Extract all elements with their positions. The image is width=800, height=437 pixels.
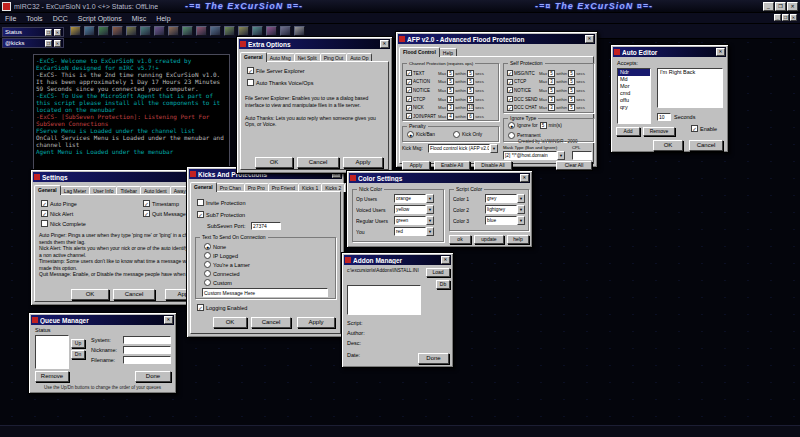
radio-option-custom[interactable]: Custom [204,279,250,286]
restore-icon[interactable]: ❐ [45,29,52,36]
font-icon[interactable] [238,26,249,36]
list-item[interactable]: cmd [618,90,650,97]
invite-protection-checkbox[interactable]: Invite Protection [197,199,245,206]
list-item[interactable]: Md [618,76,650,83]
max-field[interactable]: 3 [548,96,555,103]
finger-icon[interactable] [168,26,179,36]
kick-only-radio[interactable]: Kick Only [453,131,482,138]
add-button[interactable]: Add [616,127,640,136]
checkbox[interactable]: ✓ [406,87,412,93]
disable-all-button[interactable]: Disable All [474,161,512,170]
menu-script-options[interactable]: Script Options [78,15,122,22]
mdi-minimize-button[interactable]: _ [774,14,781,21]
close-button[interactable]: ✕ [441,256,450,264]
checkbox[interactable]: ✓ [507,96,513,102]
remove-button[interactable]: Remove [643,127,675,136]
enable-checkbox[interactable]: ✓ Enable [691,125,717,132]
ok-button[interactable]: OK [255,157,293,168]
within-field[interactable]: 5 [568,78,575,85]
custom-message-field[interactable]: Custom Message Here [202,288,328,297]
cancel-button[interactable]: Cancel [113,289,155,300]
within-field[interactable]: 5 [467,70,474,77]
afp-dialog-titlebar[interactable]: AFP v2.0 - Advanced Flood Protection ✕ [398,34,595,44]
checkbox[interactable]: ✓ [406,113,412,119]
checkbox[interactable]: ✓ [406,70,412,76]
radio-option-you-re-a-lamer[interactable]: You're a Lamer [204,261,250,268]
color-dropdown[interactable]: red▼ [394,227,434,236]
minimize-button[interactable]: _ [763,2,774,11]
clear-all-button[interactable]: Clear All [556,161,592,170]
ok-button[interactable]: ok [449,235,471,244]
tab-general[interactable]: General [240,52,267,62]
color-settings-titlebar[interactable]: Color Settings ✕ [349,173,530,183]
seconds-field[interactable]: 10 [657,113,671,121]
list-item[interactable]: Mor [618,83,650,90]
within-field[interactable]: 5 [467,96,474,103]
notify-list-icon[interactable] [196,26,207,36]
within-field[interactable]: 6 [467,113,474,120]
accepts-listbox[interactable]: NdrMdMorcmdoffuqry [617,68,651,124]
list-item[interactable]: offu [618,97,650,104]
close-icon[interactable]: ✕ [54,29,61,36]
max-field[interactable]: 3 [548,104,555,111]
menu-misc[interactable]: Misc [132,15,146,22]
addon-manager-titlebar[interactable]: Addon Manager ✕ [344,255,451,265]
max-field[interactable]: 4 [447,113,454,120]
script-editor-icon[interactable] [266,26,277,36]
within-field[interactable]: 5 [568,96,575,103]
help-button[interactable]: help [507,235,529,244]
max-field[interactable]: 5 [548,70,555,77]
auto-pinge-checkbox[interactable]: ✓ Auto Pinge [41,200,77,207]
kick-msg-dropdown[interactable]: Flood control kick (AFP v2.0) ▼ [428,144,498,153]
up-button[interactable]: Up [71,339,85,348]
menu-dcc[interactable]: DCC [53,15,68,22]
radio-option-connected[interactable]: Connected [204,270,250,277]
load-button[interactable]: Load [426,268,450,277]
tab-general[interactable]: General [190,182,217,192]
cancel-button[interactable]: Cancel [689,140,723,151]
checkbox[interactable]: ✓ [406,79,412,85]
max-field[interactable]: 3 [447,104,454,111]
within-field[interactable]: 5 [467,87,474,94]
channels-list-icon[interactable] [98,26,109,36]
close-button[interactable]: ✕ [380,40,389,48]
menu-file[interactable]: File [5,15,16,22]
color-dropdown[interactable]: lightgrey▼ [485,205,525,214]
ok-button[interactable]: OK [653,140,683,151]
done-button[interactable]: Done [135,371,171,382]
restore-icon[interactable]: ❐ [45,40,52,47]
cancel-button[interactable]: Cancel [251,317,291,328]
within-field[interactable]: 5 [568,87,575,94]
close-button[interactable]: ✕ [716,48,725,56]
tab-general[interactable]: General [34,185,61,195]
color-dropdown[interactable]: yellow▼ [394,205,434,214]
update-button[interactable]: update [474,235,504,244]
maximize-button[interactable]: ❐ [775,2,786,11]
close-icon[interactable]: ✕ [54,40,61,47]
max-field[interactable]: 5 [447,87,454,94]
subseven-port-field[interactable]: 27374 [251,222,281,230]
close-button[interactable]: ✕ [787,2,798,11]
auto-editor-titlebar[interactable]: Auto Editor ✕ [613,47,726,57]
nick-complete-checkbox[interactable]: Nick Complete [41,220,86,227]
permanent-radio[interactable]: Permanent [508,132,540,139]
checkbox[interactable]: ✓ [507,79,513,85]
auto-thanks-checkbox[interactable]: Auto Thanks Voice/Ops [247,79,313,86]
max-field[interactable]: 5 [548,87,555,94]
max-field[interactable]: 5 [447,78,454,85]
away-message-box[interactable]: I'm Right Back [657,68,723,108]
tab-flood-control[interactable]: Flood Control [399,47,440,57]
apply-button[interactable]: Apply [343,157,383,168]
kick-ban-radio[interactable]: ● Kick/Ban [407,131,435,138]
app-titlebar[interactable]: mIRC32 - ExCurSioN v1.0 <+> Status: OffL… [0,0,800,13]
filename-field[interactable] [123,356,171,364]
mask-type-dropdown[interactable]: [2] *!*@host.domain ▼ [503,151,565,160]
minimized-window-status[interactable]: Status ❐ ✕ [2,27,64,37]
query-icon[interactable] [112,26,123,36]
quit-message-checkbox[interactable]: ✓ Quit Message [143,210,186,217]
help-icon[interactable] [294,26,305,36]
chat-icon[interactable] [154,26,165,36]
color-dropdown[interactable]: blue▼ [485,216,525,225]
connect-icon[interactable] [70,26,81,36]
within-field[interactable]: 5 [467,78,474,85]
